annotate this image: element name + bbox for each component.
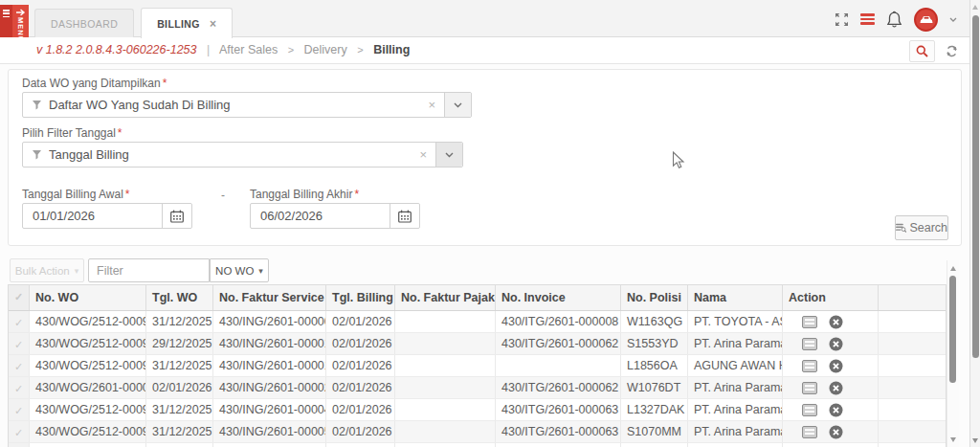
column-header-tgl-billing[interactable]: Tgl. Billing — [326, 285, 395, 310]
table-row[interactable]: ✓ — [9, 443, 946, 447]
cell-no-faktur-pajak — [395, 377, 496, 398]
cell-tgl-billing: 02/01/2026 — [326, 399, 395, 420]
search-data-icon — [896, 221, 906, 235]
column-header-nama[interactable]: Nama — [688, 285, 783, 310]
filter-funnel-icon — [32, 100, 42, 110]
tab-strip: DASHBOARD BILLING × — [34, 8, 239, 38]
column-header-tgl-wo[interactable]: Tgl. WO — [146, 285, 213, 310]
cell-no-wo: 430/WOG/2512-000997 — [30, 355, 146, 376]
column-header-action: Action — [783, 285, 879, 310]
cell-tgl-wo: 31/12/2025 — [146, 421, 213, 442]
dropdown-open-button[interactable] — [435, 143, 462, 167]
close-icon[interactable]: × — [210, 18, 216, 30]
cell-no-faktur-pajak — [395, 355, 496, 376]
page-scrollbar[interactable] — [969, 0, 980, 447]
chevron-down-icon — [445, 152, 454, 158]
notifications-bell-icon[interactable] — [886, 11, 902, 29]
table-row[interactable]: ✓ 430/WOG/2512-000996 31/12/2025 430/ING… — [9, 421, 946, 443]
filter-tanggal-dropdown[interactable]: Tanggal Billing × — [22, 142, 463, 168]
cell-action — [783, 355, 879, 376]
tab-dashboard[interactable]: DASHBOARD — [34, 9, 134, 38]
grid-filter-input[interactable] — [88, 258, 210, 282]
scroll-down-arrow-icon[interactable] — [972, 438, 978, 443]
breadcrumb-delivery[interactable]: Delivery — [304, 43, 347, 56]
table-row[interactable]: ✓ 430/WOG/2512-000998 31/12/2025 430/ING… — [9, 399, 946, 421]
cell-no-polisi: W1163QG — [621, 311, 688, 332]
cell-tgl-wo: 02/01/2026 — [146, 377, 213, 398]
chevron-down-icon — [454, 102, 462, 108]
tab-billing[interactable]: BILLING × — [141, 8, 233, 38]
user-avatar[interactable] — [914, 8, 938, 32]
detail-icon[interactable] — [802, 404, 817, 416]
select-all-checkbox[interactable]: ✓ — [9, 285, 30, 310]
scroll-down-arrow-icon[interactable] — [950, 437, 956, 442]
cancel-icon[interactable] — [829, 425, 843, 439]
cell-no-faktur-pajak — [395, 399, 496, 420]
cancel-icon[interactable] — [829, 337, 843, 351]
scroll-up-arrow-icon[interactable] — [972, 5, 978, 10]
table-row[interactable]: ✓ 430/WOG/2512-000969 31/12/2025 430/ING… — [9, 311, 946, 333]
top-bar-actions — [835, 9, 957, 30]
tanggal-akhir-input[interactable]: 06/02/2026 — [251, 204, 390, 228]
row-checkbox[interactable]: ✓ — [9, 333, 30, 354]
filter-form-card: Data WO yang Ditampilkan* Daftar WO Yang… — [8, 69, 962, 246]
page-scrollbar-thumb[interactable] — [972, 15, 979, 358]
detail-icon[interactable] — [802, 316, 817, 328]
row-checkbox[interactable]: ✓ — [9, 421, 30, 442]
data-wo-value: Daftar WO Yang Sudah Di Billing — [49, 98, 428, 112]
breadcrumb-billing: Billing — [373, 43, 410, 56]
cell-no-wo: 430/WOG/2512-000909 — [30, 333, 146, 354]
bulk-action-button[interactable]: Bulk Action▾ — [10, 258, 84, 282]
table-row[interactable]: ✓ 430/WOG/2512-000909 29/12/2025 430/ING… — [9, 333, 946, 355]
clear-icon[interactable]: × — [419, 147, 427, 162]
column-header-no-faktur-pajak[interactable]: No. Faktur Pajak — [395, 285, 496, 310]
row-checkbox[interactable]: ✓ — [9, 443, 30, 447]
column-header-no-invoice[interactable]: No. Invoice — [496, 285, 621, 310]
filter-column-selector[interactable]: NO WO▾ — [210, 258, 269, 282]
cell-nama: PT. Arina Parama Jaya — [688, 399, 783, 420]
column-header-spacer — [879, 285, 946, 310]
fullscreen-icon[interactable] — [835, 12, 849, 27]
detail-icon[interactable] — [802, 382, 817, 394]
cell-no-wo: 430/WOG/2512-000969 — [30, 311, 146, 332]
cancel-icon[interactable] — [829, 381, 843, 395]
calendar-button[interactable] — [162, 204, 191, 228]
breadcrumb-bar: v 1.8.2 2.0.8.4.3-060226-1253 | After Sa… — [0, 37, 980, 64]
cell-no-faktur-service: 430/ING/2601-000028 — [213, 377, 326, 398]
tanggal-awal-input[interactable]: 01/01/2026 — [23, 204, 162, 228]
table-scrollbar-thumb[interactable] — [949, 276, 956, 383]
global-search-button[interactable] — [909, 40, 935, 62]
detail-icon[interactable] — [802, 426, 817, 438]
table-row[interactable]: ✓ 430/WOG/2601-000004 02/01/2026 430/ING… — [9, 377, 946, 399]
tanggal-awal-label: Tanggal Billing Awal* — [22, 188, 130, 201]
breadcrumb-after-sales[interactable]: After Sales — [219, 43, 278, 56]
column-header-no-polisi[interactable]: No. Polisi — [621, 285, 688, 310]
table-row[interactable]: ✓ 430/WOG/2512-000997 31/12/2025 430/ING… — [9, 355, 946, 377]
calendar-button[interactable] — [390, 204, 419, 228]
row-checkbox[interactable]: ✓ — [9, 355, 30, 376]
menu-list-icon[interactable] — [860, 11, 875, 27]
refresh-icon[interactable] — [945, 44, 959, 58]
row-checkbox[interactable]: ✓ — [9, 377, 30, 398]
data-wo-dropdown[interactable]: Daftar WO Yang Sudah Di Billing × — [22, 92, 472, 118]
date-range-separator: - — [221, 189, 225, 202]
scroll-up-arrow-icon[interactable] — [950, 266, 956, 271]
column-header-no-faktur-service[interactable]: No. Faktur Service — [213, 285, 326, 310]
clear-icon[interactable]: × — [428, 98, 435, 112]
detail-icon[interactable] — [802, 338, 817, 350]
cancel-icon[interactable] — [829, 359, 843, 373]
detail-icon[interactable] — [802, 360, 817, 372]
search-button[interactable]: Search — [895, 215, 948, 240]
cancel-icon[interactable] — [829, 403, 843, 417]
row-checkbox[interactable]: ✓ — [9, 311, 30, 332]
column-header-no-wo[interactable]: No. WO — [30, 285, 146, 310]
cell-no-faktur-service: 430/ING/2601-000048 — [213, 399, 326, 420]
cell-no-faktur-pajak — [395, 421, 496, 442]
dropdown-open-button[interactable] — [444, 93, 471, 117]
row-checkbox[interactable]: ✓ — [9, 399, 30, 420]
cancel-icon[interactable] — [829, 315, 843, 329]
cell-no-faktur-pajak — [395, 311, 496, 332]
cell-tgl-wo: 31/12/2025 — [146, 399, 213, 420]
table-scrollbar[interactable] — [947, 260, 959, 447]
chevron-down-icon[interactable] — [949, 17, 957, 22]
